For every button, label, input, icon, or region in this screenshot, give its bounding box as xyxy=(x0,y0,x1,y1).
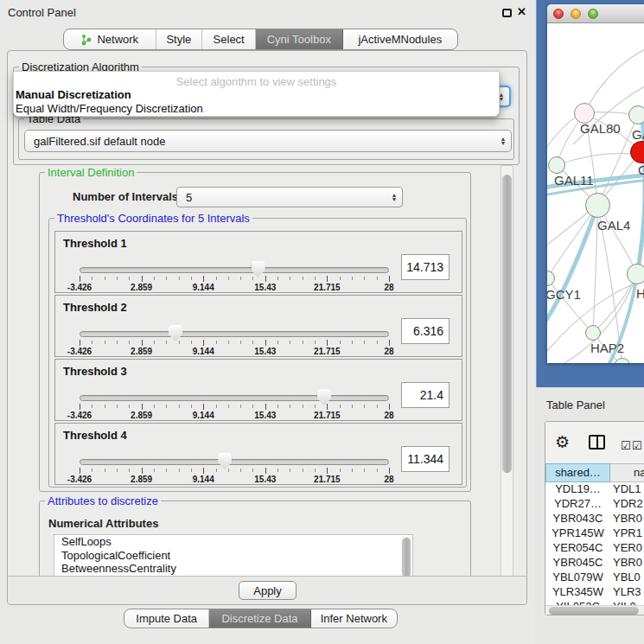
tab-select-label: Select xyxy=(214,33,245,46)
apply-button[interactable]: Apply xyxy=(239,581,296,600)
threshold-1-slider[interactable]: -3.4262.8599.14415.4321.71528 xyxy=(80,265,389,290)
node-label-partial-h: H xyxy=(636,286,644,301)
tab-style[interactable]: Style xyxy=(156,29,203,49)
node-gal4[interactable] xyxy=(585,193,610,218)
slider-tick-labels: -3.4262.8599.14415.4321.71528 xyxy=(80,475,389,485)
tab-infer-network[interactable]: Infer Network xyxy=(311,609,397,628)
zoom-traffic-light-icon[interactable] xyxy=(588,9,598,19)
node-right-mid[interactable] xyxy=(627,264,644,284)
table-row[interactable]: YER054CYER0 xyxy=(545,541,644,556)
table-data-group: Table Data galFiltered.sif default node … xyxy=(18,118,514,160)
network-canvas[interactable]: GAL80 GA C GAL11 GAL4 GCY1 H HAP2 xyxy=(547,23,644,363)
node-label-partial-c: C xyxy=(638,163,644,177)
slider-track[interactable] xyxy=(80,459,389,465)
slider-tick-labels: -3.4262.8599.14415.4321.71528 xyxy=(80,411,389,421)
top-tab-bar: Network Style Select Cyni Toolbox jActiv… xyxy=(63,29,458,50)
attribute-item[interactable]: BetweennessCentrality xyxy=(54,562,412,576)
table-row[interactable]: YDR27…YDR2 xyxy=(545,497,644,512)
node-label-gal11: GAL11 xyxy=(554,173,594,188)
table-horizontal-scrollbar[interactable] xyxy=(545,605,644,615)
numerical-attributes-label: Numerical Attributes xyxy=(48,517,158,530)
tab-discretize-data[interactable]: Discretize Data xyxy=(209,609,310,628)
table-row[interactable]: YDL19…YDL1 xyxy=(545,482,644,497)
algorithm-option-equal-width[interactable]: Equal Width/Frequency Discretization xyxy=(14,102,499,116)
checkbox-icon[interactable]: ☑ xyxy=(621,439,631,452)
table-row[interactable]: YBR043CYBR0 xyxy=(545,512,644,526)
slider-track[interactable] xyxy=(80,267,389,273)
attribute-item[interactable]: SelfLoops xyxy=(54,535,412,549)
bottom-tab-bar: Impute Data Discretize Data Infer Networ… xyxy=(124,609,398,628)
table-row[interactable]: YBL079WYBL0 xyxy=(545,571,644,585)
table-data-combo[interactable]: galFiltered.sif default node ▲▼ xyxy=(24,130,512,152)
settings-vertical-scrollbar[interactable] xyxy=(501,165,513,577)
close-icon[interactable]: ✕ xyxy=(517,5,526,18)
slider-minor-ticks xyxy=(80,276,389,282)
settings-scroll-area: Interval Definition Number of Intervals … xyxy=(13,165,501,577)
threshold-4-slider[interactable]: -3.4262.8599.14415.4321.71528 xyxy=(80,456,389,482)
table-panel-title: Table Panel xyxy=(546,399,605,411)
tab-impute-data-label: Impute Data xyxy=(136,612,197,625)
node-label-hap2: HAP2 xyxy=(590,341,624,355)
algorithm-dropdown-popup: Select algorithm to view settings Manual… xyxy=(13,71,500,117)
threshold-2-value-field[interactable]: 6.316 xyxy=(401,318,450,344)
threshold-4-value-field[interactable]: 11.344 xyxy=(401,446,450,472)
tab-jactivemnodules[interactable]: jActiveMNodules xyxy=(343,29,457,49)
table-row[interactable]: YLR345WYLR3 xyxy=(545,585,644,600)
combo-arrows-icon: ▲▼ xyxy=(495,137,511,145)
network-frame: GAL80 GA C GAL11 GAL4 GCY1 H HAP2 xyxy=(536,0,644,387)
checkbox-icon[interactable]: ☑ xyxy=(632,439,642,452)
tab-cyni-toolbox-label: Cyni Toolbox xyxy=(267,33,331,46)
threshold-3-panel: Threshold 3 -3.4262.8599.14415.4321.7152… xyxy=(54,359,462,421)
tab-discretize-data-label: Discretize Data xyxy=(221,612,297,625)
network-icon xyxy=(80,34,92,46)
node-table-widget: ⚙ ☑ ☑ shared… na YDL19…YDL1 YDR27…YDR2 Y… xyxy=(545,421,644,615)
tab-style-label: Style xyxy=(166,33,191,46)
network-window-titlebar[interactable] xyxy=(547,4,644,23)
table-row[interactable]: YPR145WYPR1 xyxy=(545,526,644,541)
attribute-item[interactable]: TopologicalCoefficient xyxy=(54,549,412,563)
threshold-1-value-field[interactable]: 14.713 xyxy=(401,254,450,280)
threshold-2-slider[interactable]: -3.4262.8599.14415.4321.71528 xyxy=(80,328,389,354)
split-columns-icon[interactable] xyxy=(589,435,605,450)
table-row[interactable]: YBR045CYBR0 xyxy=(545,556,644,571)
threshold-4-panel: Threshold 4 -3.4262.8599.14415.4321.7152… xyxy=(54,423,462,485)
node-gal11[interactable] xyxy=(548,156,565,174)
slider-track[interactable] xyxy=(80,331,389,337)
numerical-attributes-list: SelfLoops TopologicalCoefficient Between… xyxy=(54,534,413,577)
column-header-name[interactable]: na xyxy=(610,463,644,482)
slider-track[interactable] xyxy=(80,395,389,401)
column-header-shared-name[interactable]: shared… xyxy=(545,463,610,482)
cyni-main-panel: Discretization Algorithm ▲▼ Select algor… xyxy=(7,50,527,605)
gear-icon[interactable]: ⚙ xyxy=(555,432,570,452)
network-view-window: GAL80 GA C GAL11 GAL4 GCY1 H HAP2 xyxy=(547,4,644,363)
combo-arrows-icon: ▲▼ xyxy=(386,193,402,201)
tab-cyni-toolbox[interactable]: Cyni Toolbox xyxy=(256,29,343,49)
tab-network-label: Network xyxy=(97,33,138,46)
slider-tick-labels: -3.4262.8599.14415.4321.71528 xyxy=(80,347,389,357)
minimize-traffic-light-icon[interactable] xyxy=(571,9,581,19)
node-top-right[interactable] xyxy=(628,105,644,124)
threshold-3-slider[interactable]: -3.4262.8599.14415.4321.71528 xyxy=(80,392,389,418)
tab-jactivemnodules-label: jActiveMNodules xyxy=(358,33,442,46)
number-of-intervals-value: 5 xyxy=(177,191,386,204)
node-label-gal80: GAL80 xyxy=(580,121,621,136)
float-window-icon[interactable] xyxy=(502,9,512,17)
threshold-3-label: Threshold 3 xyxy=(63,365,127,378)
attributes-scrollbar[interactable] xyxy=(401,536,411,577)
number-of-intervals-combo[interactable]: 5 ▲▼ xyxy=(176,187,403,207)
scrollbar-thumb[interactable] xyxy=(549,607,639,615)
tab-select[interactable]: Select xyxy=(202,29,256,49)
number-of-intervals-label: Number of Intervals xyxy=(73,190,178,203)
node-label-partial-ga: GA xyxy=(632,127,644,142)
tab-impute-data[interactable]: Impute Data xyxy=(124,609,209,628)
algorithm-option-manual[interactable]: Manual Discretization xyxy=(14,88,499,102)
tab-infer-network-label: Infer Network xyxy=(321,612,387,625)
table-panel: Table Panel ⚙ ☑ ☑ shared… na YDL19…YDL1 … xyxy=(536,387,644,644)
close-traffic-light-icon[interactable] xyxy=(553,9,564,19)
table-data-combo-value: galFiltered.sif default node xyxy=(25,135,495,148)
threshold-3-value-field[interactable]: 21.4 xyxy=(401,382,450,408)
control-panel-titlebar: Control Panel ✕ xyxy=(0,0,535,24)
tab-network[interactable]: Network xyxy=(64,29,156,49)
node-hap2[interactable] xyxy=(585,325,601,341)
scrollbar-thumb[interactable] xyxy=(502,175,512,473)
